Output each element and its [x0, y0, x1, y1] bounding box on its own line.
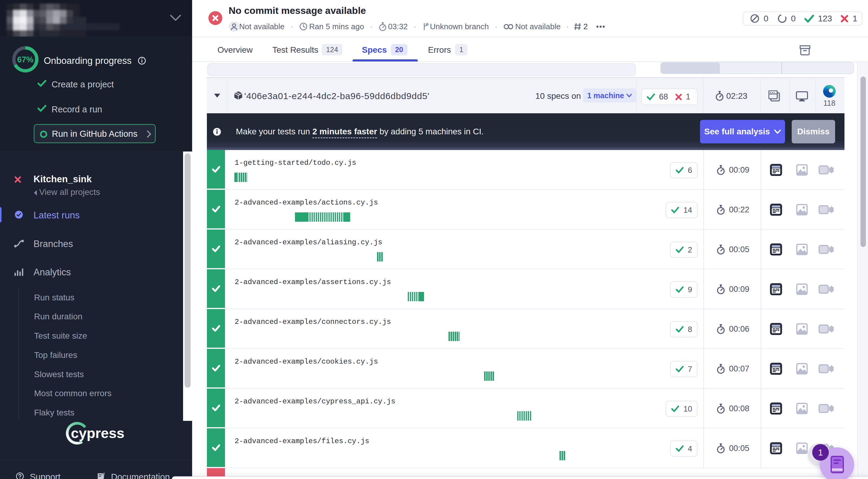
- svg-text:cypress: cypress: [71, 425, 125, 441]
- svg-text:67%: 67%: [17, 55, 33, 64]
